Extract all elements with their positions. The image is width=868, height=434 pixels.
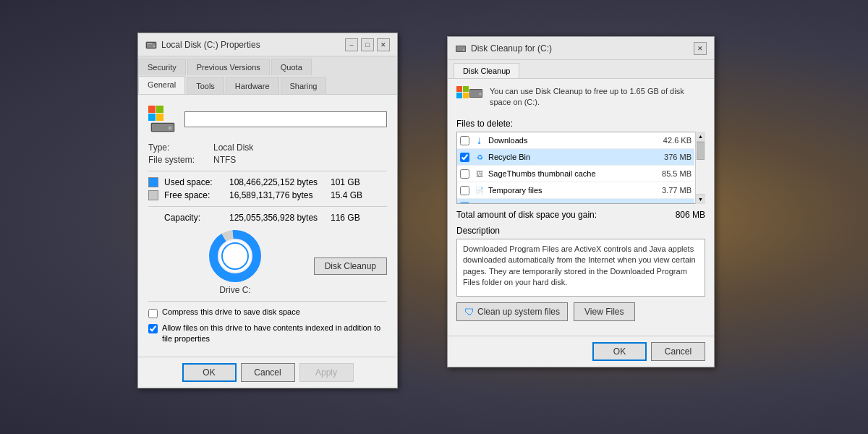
file-name: Thumbnails: [488, 203, 652, 204]
apply-button[interactable]: Apply: [299, 363, 354, 382]
list-item: 🖼 SageThumbs thumbnail cache 85.5 MB: [457, 166, 694, 182]
list-item: ⭳ Downloads 42.6 KB: [457, 132, 694, 149]
tab-general[interactable]: General: [138, 76, 185, 94]
cleanup-close-button[interactable]: ✕: [694, 42, 707, 55]
fs-label: File system:: [148, 155, 213, 165]
drive-label: Drive C:: [219, 285, 250, 295]
file-name: Downloads: [488, 136, 652, 145]
index-checkbox[interactable]: [148, 324, 158, 333]
svg-point-13: [219, 240, 251, 272]
list-item: 🖼 Thumbnails 428 MB: [457, 199, 694, 204]
recycle-checkbox[interactable]: [460, 153, 469, 162]
cleanup-ok-button[interactable]: OK: [592, 342, 647, 361]
used-bytes: 108,466,225,152 bytes: [229, 177, 331, 187]
cleanup-title-controls: ✕: [694, 42, 707, 55]
window-title: Local Disk (C:) Properties: [161, 40, 260, 50]
free-color-swatch: [148, 190, 158, 200]
cleanup-footer: OK Cancel: [448, 336, 714, 367]
cleanup-tab[interactable]: Disk Cleanup: [454, 63, 519, 78]
used-label: Used space:: [164, 177, 229, 187]
info-type-row: Type: Local Disk: [148, 142, 387, 153]
description-box: Downloaded Program Files are ActiveX con…: [456, 239, 705, 297]
drive-icon: [145, 39, 157, 51]
disk-cleanup-button[interactable]: Disk Cleanup: [314, 258, 387, 275]
file-size: 428 MB: [652, 203, 692, 204]
thumbs-icon: 🖼: [474, 168, 485, 179]
scroll-down-arrow[interactable]: ▼: [696, 194, 705, 204]
capacity-bytes: 125,055,356,928 bytes: [229, 213, 331, 223]
tabs-row-2: General Tools Hardware Sharing: [138, 75, 397, 95]
svg-point-17: [463, 48, 465, 51]
tab-quota[interactable]: Quota: [271, 59, 312, 75]
maximize-button[interactable]: □: [361, 38, 374, 51]
info-text: You can use Disk Cleanup to free up to 1…: [490, 86, 705, 109]
used-space-row: Used space: 108,466,225,152 bytes 101 GB: [148, 177, 387, 187]
compress-checkbox-row: Compress this drive to save disk space: [148, 307, 387, 318]
svg-rect-19: [463, 86, 469, 92]
temp-checkbox[interactable]: [460, 186, 469, 195]
title-bar: Local Disk (C:) Properties – □ ✕: [138, 33, 397, 56]
info-banner: You can use Disk Cleanup to free up to 1…: [456, 86, 705, 111]
scroll-thumb[interactable]: [697, 142, 705, 160]
minimize-button[interactable]: –: [345, 38, 358, 51]
tab-tools[interactable]: Tools: [187, 77, 224, 94]
capacity-gb: 116 GB: [331, 213, 360, 223]
view-files-button[interactable]: View Files: [574, 302, 634, 321]
cleanup-tab-bar: Disk Cleanup: [448, 60, 714, 79]
tab-previous-versions[interactable]: Previous Versions: [187, 59, 270, 75]
scrollbar[interactable]: ▲ ▼: [695, 132, 705, 204]
cleanup-title-left: Disk Cleanup for (C:): [455, 43, 552, 54]
file-name: Recycle Bin: [488, 153, 652, 161]
cleanup-icon: [455, 43, 467, 54]
list-item: ♻ Recycle Bin 376 MB: [457, 149, 694, 166]
index-checkbox-row: Allow files on this drive to have conten…: [148, 323, 387, 345]
thumbnail-icon: 🖼: [474, 201, 485, 204]
tab-hardware[interactable]: Hardware: [226, 77, 279, 94]
compress-checkbox[interactable]: [148, 309, 158, 318]
properties-window: Local Disk (C:) Properties – □ ✕ Securit…: [137, 33, 398, 388]
file-name: Temporary files: [488, 186, 652, 195]
cleanup-window: Disk Cleanup for (C:) ✕ Disk Cleanup: [447, 36, 715, 367]
capacity-label: Capacity:: [164, 213, 229, 223]
cleanup-content: You can use Disk Cleanup to free up to 1…: [448, 79, 714, 336]
tab-sharing[interactable]: Sharing: [281, 77, 327, 94]
cleanup-cancel-button[interactable]: Cancel: [651, 342, 705, 361]
recycle-icon: ♻: [474, 151, 485, 163]
total-row: Total amount of disk space you gain: 806…: [456, 210, 705, 220]
used-color-swatch: [148, 177, 158, 187]
downloads-checkbox[interactable]: [460, 136, 469, 145]
ok-button[interactable]: OK: [182, 363, 237, 382]
type-label: Type:: [148, 142, 213, 153]
scroll-up-arrow[interactable]: ▲: [696, 132, 705, 142]
svg-rect-20: [456, 93, 462, 98]
clean-up-system-label: Clean up system files: [477, 307, 560, 317]
svg-rect-18: [456, 86, 462, 92]
clean-up-system-button[interactable]: 🛡 Clean up system files: [456, 302, 568, 321]
free-space-row: Free space: 16,589,131,776 bytes 15.4 GB: [148, 190, 387, 200]
files-list[interactable]: ⭳ Downloads 42.6 KB ♻ Recycle Bin 376 MB…: [456, 132, 705, 204]
sagethumbs-checkbox[interactable]: [460, 169, 469, 179]
description-label: Description: [456, 226, 705, 236]
file-size: 42.6 KB: [652, 136, 692, 145]
files-label: Files to delete:: [456, 119, 705, 129]
free-bytes: 16,589,131,776 bytes: [229, 190, 331, 200]
used-gb: 101 GB: [331, 177, 360, 187]
disk-donut-chart: [206, 227, 264, 285]
svg-rect-4: [148, 106, 156, 113]
file-name: SageThumbs thumbnail cache: [488, 169, 652, 178]
svg-rect-3: [147, 43, 152, 44]
svg-point-10: [169, 127, 172, 130]
svg-point-24: [479, 93, 482, 95]
drive-name-input[interactable]: [184, 111, 387, 127]
props-content: Type: Local Disk File system: NTFS Used …: [138, 95, 397, 357]
free-label: Free space:: [164, 190, 229, 200]
drive-icon-row: [148, 105, 387, 134]
tab-security[interactable]: Security: [138, 59, 186, 75]
total-value: 806 MB: [676, 210, 705, 220]
type-value: Local Disk: [213, 142, 253, 153]
svg-rect-7: [156, 114, 163, 121]
thumbnails-checkbox[interactable]: [460, 203, 469, 205]
close-button[interactable]: ✕: [377, 38, 390, 51]
temp-icon: 📄: [474, 184, 485, 196]
cancel-button[interactable]: Cancel: [241, 363, 295, 382]
